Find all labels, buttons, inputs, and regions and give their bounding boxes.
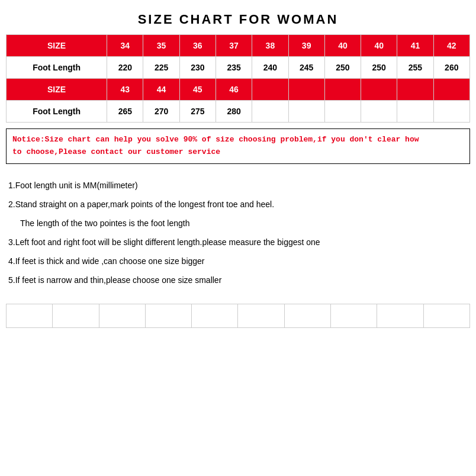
val-235: 235 bbox=[216, 57, 252, 79]
instruction-1: 1.Foot length unit is MM(millimeter) bbox=[8, 177, 468, 194]
instruction-2b: The length of the two pointes is the foo… bbox=[8, 215, 468, 231]
val-265: 265 bbox=[107, 101, 143, 123]
empty-h2-10 bbox=[433, 79, 469, 101]
data-row-2: Foot Length 265 270 275 280 bbox=[7, 101, 470, 123]
size-38: 38 bbox=[252, 35, 288, 57]
size-36: 36 bbox=[179, 35, 216, 57]
instruction-2: 2.Stand straight on a paper,mark points … bbox=[8, 196, 468, 213]
instructions-section: 1.Foot length unit is MM(millimeter) 2.S… bbox=[6, 173, 470, 294]
empty-h2-8 bbox=[361, 79, 397, 101]
size-label-1: SIZE bbox=[7, 35, 107, 57]
empty-h2-5 bbox=[252, 79, 288, 101]
size-37: 37 bbox=[216, 35, 252, 57]
foot-length-label-2: Foot Length bbox=[7, 101, 107, 123]
notice-box: Notice:Size chart can help you solve 90%… bbox=[6, 128, 470, 164]
size-45: 45 bbox=[179, 79, 216, 101]
bg-cell-8 bbox=[331, 304, 377, 327]
val-250a: 250 bbox=[324, 57, 361, 79]
bg-cell-2 bbox=[53, 304, 99, 327]
val-225: 225 bbox=[143, 57, 179, 79]
size-34: 34 bbox=[107, 35, 143, 57]
notice-line-1: Notice:Size chart can help you solve 90%… bbox=[12, 134, 464, 146]
bg-cell-1 bbox=[7, 304, 53, 327]
bottom-grid-row bbox=[7, 304, 470, 327]
instruction-3: 3.Left foot and right foot will be sligh… bbox=[8, 234, 468, 250]
size-46: 46 bbox=[216, 79, 252, 101]
size-41: 41 bbox=[397, 35, 433, 57]
empty-d2-6 bbox=[288, 101, 324, 123]
empty-d2-8 bbox=[361, 101, 397, 123]
val-250b: 250 bbox=[361, 57, 397, 79]
empty-h2-7 bbox=[324, 79, 361, 101]
val-280: 280 bbox=[216, 101, 252, 123]
instruction-5: 5.If feet is narrow and thin,please choo… bbox=[8, 272, 468, 288]
chart-title: SIZE CHART FOR WOMAN bbox=[6, 12, 470, 27]
bg-cell-6 bbox=[238, 304, 284, 327]
size-40a: 40 bbox=[324, 35, 361, 57]
empty-d2-9 bbox=[397, 101, 433, 123]
val-220: 220 bbox=[107, 57, 143, 79]
bottom-empty-grid bbox=[6, 304, 470, 328]
empty-d2-10 bbox=[433, 101, 469, 123]
val-255: 255 bbox=[397, 57, 433, 79]
size-label-2: SIZE bbox=[7, 79, 107, 101]
size-42: 42 bbox=[433, 35, 469, 57]
bg-cell-9 bbox=[377, 304, 423, 327]
val-275: 275 bbox=[179, 101, 216, 123]
size-44: 44 bbox=[143, 79, 179, 101]
size-43: 43 bbox=[107, 79, 143, 101]
data-row-1: Foot Length 220 225 230 235 240 245 250 … bbox=[7, 57, 470, 79]
val-240: 240 bbox=[252, 57, 288, 79]
val-260: 260 bbox=[433, 57, 469, 79]
val-245: 245 bbox=[288, 57, 324, 79]
empty-d2-5 bbox=[252, 101, 288, 123]
instruction-4: 4.If feet is thick and wide ,can choose … bbox=[8, 253, 468, 269]
val-230: 230 bbox=[179, 57, 216, 79]
bg-cell-5 bbox=[192, 304, 238, 327]
size-39: 39 bbox=[288, 35, 324, 57]
empty-h2-9 bbox=[397, 79, 433, 101]
bg-cell-10 bbox=[423, 304, 469, 327]
foot-length-label-1: Foot Length bbox=[7, 57, 107, 79]
bg-cell-3 bbox=[99, 304, 145, 327]
size-table: SIZE 34 35 36 37 38 39 40 40 41 42 Foot … bbox=[6, 34, 470, 123]
bg-cell-7 bbox=[284, 304, 330, 327]
notice-line-2: to choose,Please contact our customer se… bbox=[12, 146, 464, 159]
page-container: SIZE CHART FOR WOMAN SIZE 34 35 36 37 38… bbox=[0, 0, 476, 334]
size-35: 35 bbox=[143, 35, 179, 57]
header-row-2: SIZE 43 44 45 46 bbox=[7, 79, 470, 101]
empty-d2-7 bbox=[324, 101, 361, 123]
bg-cell-4 bbox=[145, 304, 191, 327]
size-40b: 40 bbox=[361, 35, 397, 57]
empty-h2-6 bbox=[288, 79, 324, 101]
val-270: 270 bbox=[143, 101, 179, 123]
header-row-1: SIZE 34 35 36 37 38 39 40 40 41 42 bbox=[7, 35, 470, 57]
